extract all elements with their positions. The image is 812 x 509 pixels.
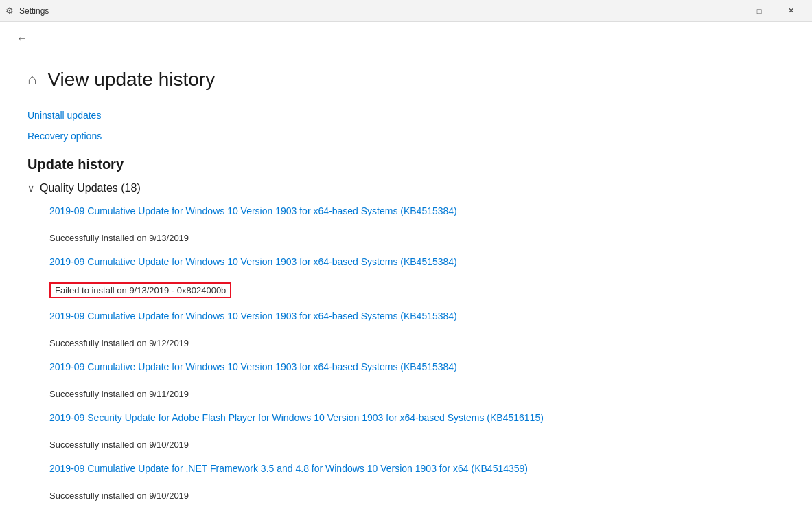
update-link[interactable]: 2019-09 Cumulative Update for Windows 10… [49, 361, 785, 372]
update-item: 2019-09 Cumulative Update for Windows 10… [49, 256, 785, 298]
back-button[interactable]: ← [11, 30, 33, 47]
recovery-options-link[interactable]: Recovery options [27, 131, 785, 142]
minimize-button[interactable]: — [712, 0, 743, 22]
settings-icon: ⚙ [5, 5, 14, 16]
chevron-icon: ∨ [27, 183, 34, 194]
update-link[interactable]: 2019-09 Cumulative Update for Windows 10… [49, 256, 785, 267]
home-icon: ⌂ [27, 71, 36, 89]
update-status: Successfully installed on 9/13/2019 [49, 233, 189, 243]
maximize-button[interactable]: □ [743, 0, 775, 22]
update-link[interactable]: 2019-09 Cumulative Update for Windows 10… [49, 310, 785, 321]
update-list: 2019-09 Cumulative Update for Windows 10… [27, 205, 785, 509]
titlebar-left: ⚙ Settings [5, 5, 49, 16]
close-button[interactable]: ✕ [775, 0, 807, 22]
update-status: Successfully installed on 9/10/2019 [49, 440, 189, 450]
update-status: Successfully installed on 9/10/2019 [49, 490, 189, 501]
titlebar: ⚙ Settings — □ ✕ [0, 0, 812, 22]
update-status: Successfully installed on 9/11/2019 [49, 389, 189, 399]
update-link[interactable]: 2019-09 Cumulative Update for .NET Frame… [49, 463, 785, 474]
page-title: View update history [47, 69, 215, 91]
update-item: 2019-09 Cumulative Update for Windows 10… [49, 361, 785, 400]
section-title: Update history [27, 157, 785, 172]
update-item: 2019-09 Cumulative Update for Windows 10… [49, 205, 785, 244]
titlebar-controls: — □ ✕ [712, 0, 807, 22]
nav-bar: ← [0, 22, 812, 55]
page-header: ⌂ View update history [27, 69, 785, 91]
update-item: 2019-09 Cumulative Update for .NET Frame… [49, 463, 785, 501]
update-link[interactable]: 2019-09 Cumulative Update for Windows 10… [49, 205, 785, 216]
update-status: Failed to install on 9/13/2019 - 0x80240… [49, 282, 231, 298]
update-item: 2019-09 Security Update for Adobe Flash … [49, 412, 785, 451]
titlebar-title: Settings [19, 6, 49, 16]
uninstall-updates-link[interactable]: Uninstall updates [27, 110, 785, 121]
content-area: ⌂ View update history Uninstall updates … [0, 55, 812, 509]
update-item: 2019-09 Cumulative Update for Windows 10… [49, 310, 785, 349]
update-status: Successfully installed on 9/12/2019 [49, 338, 189, 348]
category-header[interactable]: ∨ Quality Updates (18) [27, 182, 785, 194]
update-link[interactable]: 2019-09 Security Update for Adobe Flash … [49, 412, 785, 423]
category-label: Quality Updates (18) [40, 182, 141, 194]
